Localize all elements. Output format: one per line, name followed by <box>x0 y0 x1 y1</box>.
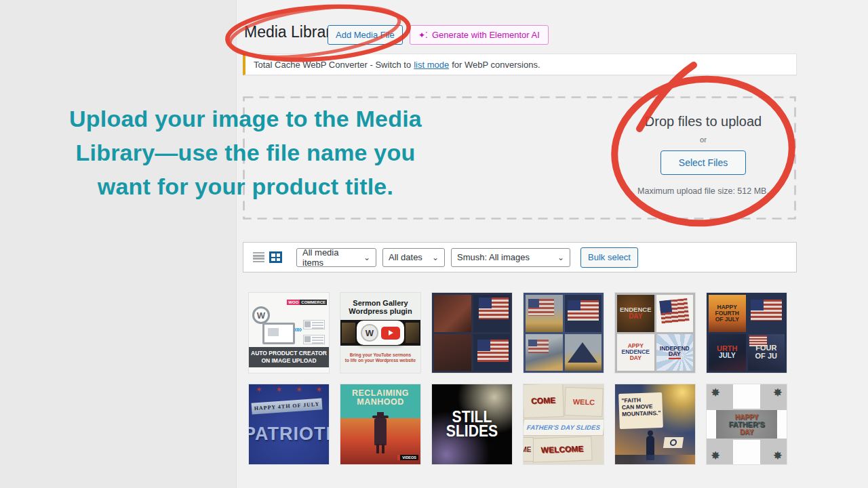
collage-quadrant: URTHJULY <box>709 334 746 371</box>
product-card-illustration <box>303 320 325 329</box>
welcome-banner: WELCOME <box>532 437 591 462</box>
youtube-play-icon <box>381 327 400 340</box>
starburst-icon: ✸ <box>711 449 720 463</box>
collage-quadrant: FOUROF JU <box>748 334 785 371</box>
media-item-flag-landscapes[interactable] <box>524 293 604 373</box>
patriotic-headline: PATRIOTIC <box>249 424 329 445</box>
chevron-down-icon: ⌄ <box>432 254 439 261</box>
product-card-illustration <box>303 335 325 344</box>
media-item-reclaiming-manhood[interactable]: RECLAIMING MANHOOD VIDEOS <box>340 384 420 464</box>
laptop-illustration <box>262 323 295 344</box>
smush-filter-value: Smush: All images <box>457 252 530 262</box>
quad-text: DAY <box>669 351 681 359</box>
media-item-happy-fathers-day[interactable]: ✸ ✸ ✸ ✸ HAPPY FATHER'S DAY <box>707 384 787 464</box>
media-item-patriotic[interactable]: ✶✶✶✶ HAPPY 4TH OF JULY PATRIOTIC <box>249 384 329 464</box>
list-mode-link[interactable]: list mode <box>414 60 449 70</box>
title-line: MANHOOD <box>340 398 420 407</box>
quad-text: DAY <box>630 355 642 361</box>
chevron-down-icon: ⌄ <box>557 254 564 261</box>
stars-decoration: ✶✶✶✶ <box>249 385 329 394</box>
bulk-select-button[interactable]: Bulk select <box>580 247 638 268</box>
add-media-file-button[interactable]: Add Media File <box>328 25 403 45</box>
stage-floor <box>615 455 695 464</box>
title-line: Sermon Gallery <box>340 299 420 307</box>
quad-text: JULY <box>719 352 736 360</box>
panel-line: HAPPY <box>735 413 758 421</box>
list-view-icon[interactable] <box>253 252 264 263</box>
collage-quadrant <box>656 295 694 332</box>
select-files-button[interactable]: Select Files <box>660 150 746 175</box>
wordpress-logo-icon: W <box>361 324 378 342</box>
media-item-faith-mountains[interactable]: "FAITH CAN MOVE MOUNTAINS." <box>615 384 695 464</box>
media-item-auto-product-creator[interactable]: W WOO COMMERCE »» AUTO PRODUCT CREATOR O… <box>249 293 329 373</box>
checker-square <box>733 440 760 464</box>
landscape-quadrant <box>565 295 602 332</box>
overlay-line: Library—use the file name you <box>26 136 465 169</box>
page-title: Media Library <box>244 23 338 41</box>
elementor-button-label: Generate with Elementor AI <box>432 30 540 40</box>
or-label: or <box>610 136 796 144</box>
welcome-banner: WELC <box>565 388 602 416</box>
arrow-swoosh-icon: »» <box>294 324 300 334</box>
quote-line: MOUNTAINS." <box>622 409 660 418</box>
flag-quadrant <box>473 295 511 332</box>
media-type-filter-select[interactable]: All media items ⌄ <box>296 248 376 267</box>
tile-caption: AUTO PRODUCT CREATOR ON IMAGE UPLOAD <box>249 347 329 367</box>
max-upload-size-label: Maximum upload file size: 512 MB. <box>610 186 796 196</box>
welcome-banner: COME <box>524 384 564 418</box>
checker-square <box>733 384 760 409</box>
drop-files-title: Drop files to upload <box>610 114 796 129</box>
webp-converter-notice: Total Cache WebP Converter - Switch to l… <box>243 54 797 75</box>
media-item-independence-day[interactable]: ENDENCEDAY APPYENDENCEDAY INDEPENDDAY <box>615 293 695 373</box>
wordpress-logo-icon: W <box>252 306 270 324</box>
quad-text: OF JULY <box>715 317 739 323</box>
caption-line: Bring your YouTube sermons <box>340 352 420 358</box>
starburst-icon: ✸ <box>773 449 783 463</box>
chevron-down-icon: ⌄ <box>363 254 370 261</box>
generate-elementor-ai-button[interactable]: ✦⁚ Generate with Elementor AI <box>410 25 549 45</box>
badge-commerce: COMMERCE <box>300 300 327 305</box>
media-toolbar: All media items ⌄ All dates ⌄ Smush: All… <box>243 242 797 272</box>
collage-quadrant: INDEPENDDAY <box>656 334 694 371</box>
notice-text-before: Total Cache WebP Converter - Switch to <box>254 60 411 70</box>
media-item-sermon-gallery[interactable]: Sermon Gallery Wordpress plugin W Bring … <box>340 293 420 373</box>
grid-view-icon[interactable] <box>269 251 282 263</box>
fathers-day-panel: HAPPY FATHER'S DAY <box>716 410 777 439</box>
notice-text-after: for WebP conversions. <box>452 60 540 70</box>
collage-quadrant <box>748 295 785 332</box>
quad-text: DAY <box>629 313 642 321</box>
woocommerce-badge: WOO COMMERCE <box>287 300 327 305</box>
date-filter-value: All dates <box>389 252 422 262</box>
quad-text: OF JU <box>755 352 777 361</box>
ribbon-banner: HAPPY 4TH OF JULY <box>252 398 323 414</box>
media-grid: W WOO COMMERCE »» AUTO PRODUCT CREATOR O… <box>249 293 787 464</box>
caption-line: to life on your Wordpress website <box>340 358 420 363</box>
badge-woo: WOO <box>287 300 300 305</box>
laptop-illustration <box>663 437 684 448</box>
landscape-quadrant <box>565 334 602 371</box>
caption-line: AUTO PRODUCT CREATOR <box>249 350 329 357</box>
media-item-fourth-of-july[interactable]: HAPPYFOURTHOF JULY URTHJULY FOUROF JU <box>707 293 787 373</box>
presentation-screen: "FAITH CAN MOVE MOUNTAINS." <box>618 392 663 429</box>
uploader-block: Drop files to upload or Select Files Max… <box>610 114 796 196</box>
tile-title: STILL SLIDES <box>435 384 509 464</box>
smush-filter-select[interactable]: Smush: All images ⌄ <box>451 248 570 267</box>
landscape-quadrant <box>526 334 563 371</box>
flag-quadrant <box>434 334 471 371</box>
title-line: Wordpress plugin <box>340 307 420 315</box>
tile-title: Sermon Gallery Wordpress plugin <box>340 299 420 315</box>
man-silhouette <box>374 415 387 455</box>
panel-line: FATHER'S <box>728 421 764 428</box>
media-item-still-slides[interactable]: STILL SLIDES <box>432 384 512 464</box>
collage-quadrant: HAPPYFOURTHOF JULY <box>709 295 746 332</box>
overlay-line: Upload your image to the Media <box>26 102 465 136</box>
flag-quadrant <box>473 334 511 371</box>
tile-title: RECLAIMING MANHOOD <box>340 389 420 407</box>
welcome-banner: ME <box>524 438 533 461</box>
starburst-icon: ✸ <box>773 386 783 400</box>
instruction-overlay-text: Upload your image to the Media Library—u… <box>26 102 465 203</box>
media-item-grunge-flags[interactable] <box>432 293 512 373</box>
media-item-fathers-day-slides[interactable]: COME WELC FATHER'S DAY SLIDES WELCOME ME <box>524 384 604 464</box>
date-filter-select[interactable]: All dates ⌄ <box>382 248 445 267</box>
tile-caption: Bring your YouTube sermons to life on yo… <box>340 352 420 363</box>
